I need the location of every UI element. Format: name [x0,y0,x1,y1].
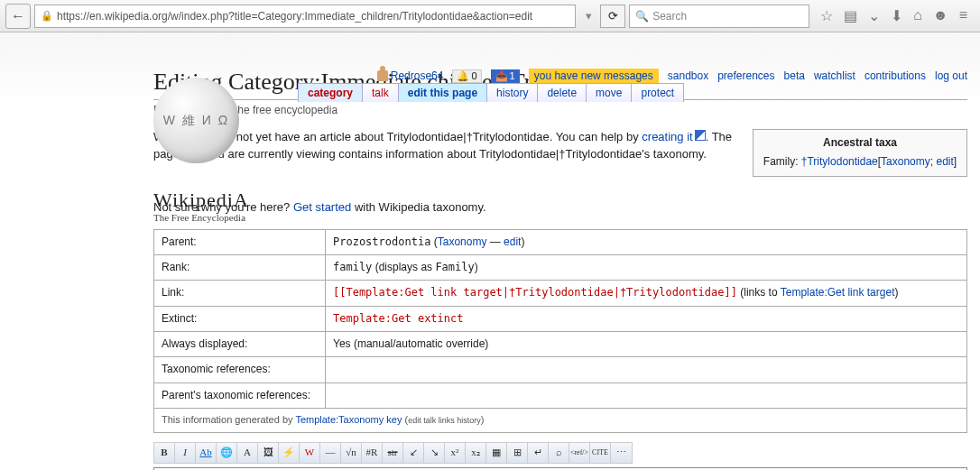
infobox-taxonomy-link[interactable]: Taxonomy [881,155,930,168]
browser-toolbar: ← 🔒 https://en.wikipedia.org/w/index.php… [0,0,980,32]
tab-protect[interactable]: protect [641,87,674,99]
bookmark-icon[interactable]: ☆ [820,7,833,24]
tb-headline[interactable]: A [237,443,258,463]
new-messages-bar[interactable]: you have new messages [529,69,659,83]
table-row: Parent: Prozostrodontia (Taxonomy — edit… [154,229,967,254]
site-sub: From Wikipedia, the free encyclopedia [153,104,967,116]
back-button[interactable]: ← [5,4,31,29]
tb-ref[interactable]: <ref/> [569,443,590,463]
tab-move[interactable]: move [596,87,622,99]
tb-gallery[interactable]: ⊞ [507,443,528,463]
tb-bold[interactable]: B [154,443,175,463]
tab-talk[interactable]: talk [362,83,399,102]
tab-history[interactable]: history [496,87,528,99]
url-text: https://en.wikipedia.org/w/index.php?tit… [57,10,532,23]
tab-edit[interactable]: edit this page [398,83,487,102]
cell-label: Rank: [154,254,326,280]
creating-it-link[interactable]: creating it [642,130,705,143]
cell-value: Yes (manual/automatic override) [326,332,967,357]
table-row: Rank: family (displays as Family) [154,254,967,280]
tb-sub[interactable]: x₂ [466,443,486,463]
taxonomy-key-link[interactable]: Template:Taxonomy key [295,414,402,425]
link-logout[interactable]: log out [935,69,967,82]
tb-newline[interactable]: ↵ [528,443,549,463]
tb-table[interactable]: ▦ [486,443,507,463]
taxonomy-table: Parent: Prozostrodontia (Taxonomy — edit… [153,229,967,434]
parent-edit-link[interactable]: edit [504,235,521,248]
browser-tool-icons: ☆ ▤ ⌄ ⬇ ⌂ ☻ ≡ [813,7,975,24]
user-icon [377,70,388,81]
edit-toolbar: B I Ab 🌐 A 🖼 ⚡ W — √n #R str ↙ ↘ x² x₂ ▦… [153,442,633,464]
user-link[interactable]: Redrose64 [377,69,444,82]
link-target-link[interactable]: Template:Get link target [781,286,895,299]
cell-label: Parent: [154,229,326,254]
cell-label: Extinct: [154,306,326,331]
table-row: Extinct: Template:Get extinct [154,306,967,331]
browser-search[interactable]: 🔍 Search [629,5,809,28]
tb-math[interactable]: √n [341,443,362,463]
link-beta[interactable]: beta [784,69,805,82]
reader-icon[interactable]: ▤ [844,7,857,24]
tb-strike[interactable]: str [383,443,403,463]
cell-label: Taxonomic references: [154,357,326,382]
tb-br-left[interactable]: ↙ [403,443,424,463]
infobox-row: Family: †Tritylodontidae[Taxonomy; edit] [761,154,959,170]
tb-link[interactable]: Ab [196,443,217,463]
notif-alerts[interactable]: 🔔0 [452,69,481,83]
table-row: Parent's taxonomic references: [154,382,967,408]
link-preferences[interactable]: preferences [717,69,774,82]
tb-search[interactable]: ⌕ [549,443,569,463]
ancestral-taxa-box: Ancestral taxa Family: †Tritylodontidae[… [753,129,967,177]
downloads-icon[interactable]: ⬇ [891,7,902,24]
tb-sup[interactable]: x² [445,443,466,463]
menu-icon[interactable]: ≡ [959,7,967,24]
tab-category[interactable]: category [298,83,363,102]
personal-tools: Redrose64 🔔0 📥1 you have new messages sa… [377,69,967,83]
tb-br-right[interactable]: ↘ [424,443,445,463]
parent-taxonomy-link[interactable]: Taxonomy [438,235,487,248]
getstarted-paragraph: Not sure why you're here? Get started wi… [153,199,967,217]
search-icon: 🔍 [635,10,649,23]
tb-hr[interactable]: — [320,443,341,463]
link-sandbox[interactable]: sandbox [668,69,708,82]
search-placeholder: Search [652,10,687,23]
link-watchlist[interactable]: watchlist [814,69,855,82]
table-row: Taxonomic references: [154,357,967,382]
tb-media[interactable]: ⚡ [279,443,300,463]
tb-cite[interactable]: CITE [590,443,611,463]
reload-button[interactable]: ⟳ [600,5,625,28]
home-icon[interactable]: ⌂ [913,7,922,24]
tab-delete[interactable]: delete [547,87,577,99]
infobox-edit-link[interactable]: edit [936,155,953,168]
cell-label: Always displayed: [154,332,326,357]
link-contributions[interactable]: contributions [864,69,926,82]
table-row: Link: [[Template:Get link target|†Trityl… [154,281,967,306]
tb-image[interactable]: 🖼 [258,443,279,463]
tb-redirect[interactable]: #R [362,443,383,463]
cell-label: Parent's taxonomic references: [154,382,326,408]
page-tabs: category talk edit this page history del… [298,83,683,102]
lock-icon: 🔒 [41,10,53,22]
infobox-family-link[interactable]: †Tritylodontidae [801,155,878,168]
feedback-icon[interactable]: ☻ [933,7,948,24]
parent-code: Prozostrodontia [333,235,430,248]
get-started-link[interactable]: Get started [293,200,351,214]
table-row: Always displayed: Yes (manual/automatic … [154,332,967,357]
pocket-icon[interactable]: ⌄ [868,7,880,24]
url-dropdown-icon[interactable]: ▾ [579,9,597,23]
infobox-title: Ancestral taxa [761,135,959,151]
notif-notices[interactable]: 📥1 [491,69,520,83]
tb-italic[interactable]: I [175,443,196,463]
url-bar[interactable]: 🔒 https://en.wikipedia.org/w/index.php?t… [34,5,576,28]
table-footer: This information generated by Template:T… [154,409,967,433]
tb-more[interactable]: ⋯ [611,443,632,463]
tb-nowiki[interactable]: W [300,443,320,463]
cell-label: Link: [154,281,326,306]
tb-extlink[interactable]: 🌐 [217,443,237,463]
